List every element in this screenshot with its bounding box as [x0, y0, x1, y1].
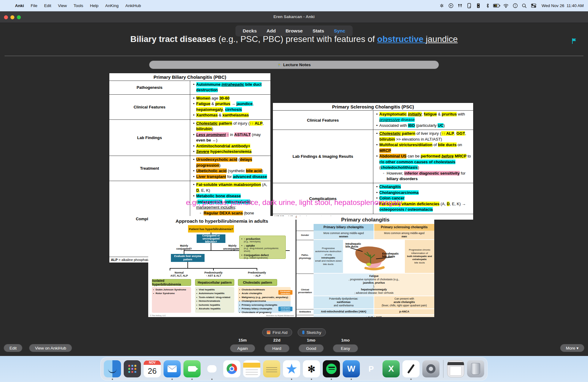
answer-buttons: 15mAgain22dHard1moGood1moEasy	[0, 338, 588, 352]
comparison-cell: More common among middle-aged women	[314, 231, 374, 239]
intrahepatic-tag: Intrahepatic cholestasis	[278, 307, 292, 311]
airpods-icon[interactable]	[456, 3, 464, 9]
device-status-icon[interactable]	[475, 3, 482, 9]
spotlight-search-icon[interactable]	[521, 3, 528, 9]
play-status-icon[interactable]	[447, 3, 454, 9]
macos-menu-bar: AnkiFileEditViewToolsHelpAnKingAnkiHub W…	[0, 0, 588, 11]
tab-sync[interactable]: Sync	[330, 27, 349, 35]
extrahepatic-tag: Extrahepatic cholestasis	[278, 290, 292, 295]
desktop-wallpaper: NOV26★✻WPX	[0, 356, 588, 382]
liver-illustration: Intrahepaticbile ductsExtrahepaticbile d…	[343, 240, 405, 273]
answer-highlight-blue: obstructive	[377, 34, 426, 44]
easy-button[interactable]: Easy	[333, 344, 358, 352]
first-aid-icon	[267, 331, 270, 334]
window-title-bar: Eren Sakarcan - Anki	[0, 11, 588, 23]
tab-add[interactable]: Add	[263, 27, 279, 35]
more-button[interactable]: More ▾	[560, 344, 584, 352]
sketchy-button[interactable]: Sketchy	[298, 328, 326, 336]
tab-browse[interactable]: Browse	[282, 27, 306, 35]
first-aid-button[interactable]: First Aid	[262, 328, 292, 336]
tab-stats[interactable]: Stats	[309, 27, 328, 35]
dock-mail-icon[interactable]	[164, 360, 181, 377]
hyperbilirubinemia-flowchart-image: Approach to hyperbilirubinemia in adults…	[148, 216, 296, 317]
dock-excel-icon[interactable]: X	[383, 360, 400, 377]
menu-item-tools[interactable]: Tools	[70, 3, 87, 8]
dock-launchpad-icon[interactable]	[124, 360, 141, 377]
svg-text:bile ducts: bile ducts	[382, 255, 395, 258]
comparison-col-header-psc: Primary sclerosing cholangitis	[374, 224, 434, 231]
view-on-ankihub-button[interactable]: View on AnkiHub	[29, 344, 72, 352]
again-button[interactable]: Again	[230, 344, 255, 352]
dock-facetime-icon[interactable]	[183, 360, 201, 377]
dock-finder-icon[interactable]	[104, 360, 121, 377]
dock-trash-icon[interactable]	[467, 360, 484, 377]
comparison-col-header-pbc: Primary biliary cholangitis	[314, 224, 374, 231]
menu-item-help[interactable]: Help	[87, 3, 102, 8]
flowchart-evaluate-box: Evaluate liver enzyme pattern	[171, 254, 205, 262]
dock-settings-icon[interactable]	[422, 360, 439, 377]
menu-item-ankihub[interactable]: AnkiHub	[122, 3, 144, 8]
flowchart-start-box: Patient has hyperbilirubinemia?	[188, 225, 234, 233]
answer-text: jaundice	[426, 34, 458, 44]
dock-word-icon[interactable]: W	[343, 360, 360, 377]
dock-stickies-icon[interactable]	[263, 360, 280, 377]
row-content: Asymptomatic initially; fatigue & prurit…	[373, 111, 473, 130]
tab-decks[interactable]: Decks	[239, 27, 261, 35]
lecture-notes-button[interactable]: Lecture Notes	[149, 61, 439, 69]
battery-icon[interactable]	[493, 3, 500, 9]
lecture-notes-label: Lecture Notes	[283, 62, 311, 67]
svg-text:bile ducts: bile ducts	[345, 245, 358, 248]
flowchart-title: Approach to hyperbilirubinemia in adults	[148, 218, 296, 224]
row-content: Women age 30-60Fatigue & pruritus → jaun…	[190, 94, 271, 119]
bluetooth-icon[interactable]	[484, 3, 491, 9]
time-machine-icon[interactable]	[511, 3, 519, 9]
row-label: Lab Findings & Imaging Results	[273, 130, 373, 183]
menu-item-anking[interactable]: AnKing	[102, 3, 122, 8]
control-center-icon[interactable]	[530, 3, 537, 9]
row-label: Clinical Features	[273, 111, 373, 130]
window-title: Eren Sakarcan - Anki	[0, 14, 588, 19]
menu-item-view[interactable]: View	[55, 3, 70, 8]
dock-messages-icon[interactable]	[203, 360, 221, 377]
card-flag-icon	[571, 38, 578, 46]
lecture-notes-icon	[277, 63, 281, 67]
menu-item-anki[interactable]: Anki	[12, 3, 27, 8]
menu-item-file[interactable]: File	[27, 3, 41, 8]
table-title: Primary Biliary Cholangitis (PBC)	[109, 73, 271, 81]
flow-branch-label: Predominantly ↑ ALP	[237, 271, 277, 277]
phone-mirroring-icon[interactable]	[466, 3, 473, 9]
comparison-row-label: Clinical presentation	[296, 274, 314, 308]
dock-chatgpt-icon[interactable]: ✻	[303, 360, 320, 377]
edit-button[interactable]: Edit	[4, 344, 22, 352]
dock: NOV26★✻WPX	[100, 357, 488, 380]
interval-again: 15m	[230, 338, 255, 342]
wifi-icon[interactable]	[502, 3, 510, 9]
row-label: Lab Findings	[109, 119, 190, 156]
row-content: Ursodeoxycholic acid (delays progression…	[190, 156, 271, 181]
dock-powerpoint-icon[interactable]: P	[363, 360, 380, 377]
interval-good: 1mo	[299, 338, 324, 342]
comparison-row-label: Gender	[296, 231, 314, 239]
flow-column-list: Dubin-Johnson SyndromeRotor Syndrome	[152, 287, 191, 313]
hard-button[interactable]: Hard	[264, 344, 289, 352]
dock-notability-icon[interactable]	[402, 360, 420, 377]
dock-notes-icon[interactable]	[243, 360, 260, 377]
dock-anki-icon[interactable]: ★	[283, 360, 300, 377]
anki-card-area: DecksAddBrowseStatsSync Biliary tract di…	[0, 23, 588, 356]
comparison-cell: More common among middle-aged men	[374, 231, 434, 239]
dock-divider	[443, 360, 443, 378]
dock-screenshot-preview[interactable]	[447, 360, 464, 377]
good-button[interactable]: Good	[299, 344, 324, 352]
flow-branch-label: Predominantly ↑ AST & ALT	[194, 271, 233, 277]
dock-chrome-icon[interactable]	[223, 360, 240, 377]
comparison-title: Primary cholangitis	[296, 216, 434, 224]
flow-column-header: Cholestatic pattern	[238, 279, 277, 286]
dock-spotify-icon[interactable]	[323, 360, 340, 377]
row-content: Cholestatic pattern of liver injury (↑↑ …	[373, 130, 473, 183]
comparison-row-label: Patho-physiology	[296, 240, 314, 273]
dock-calendar-icon[interactable]: NOV26	[144, 360, 161, 377]
row-label: Treatment	[109, 156, 190, 181]
menu-item-edit[interactable]: Edit	[41, 3, 55, 8]
menu-bar-clock[interactable]: Wed Nov 26 11:40 AM	[539, 3, 584, 8]
chatgpt-icon[interactable]	[438, 3, 445, 9]
